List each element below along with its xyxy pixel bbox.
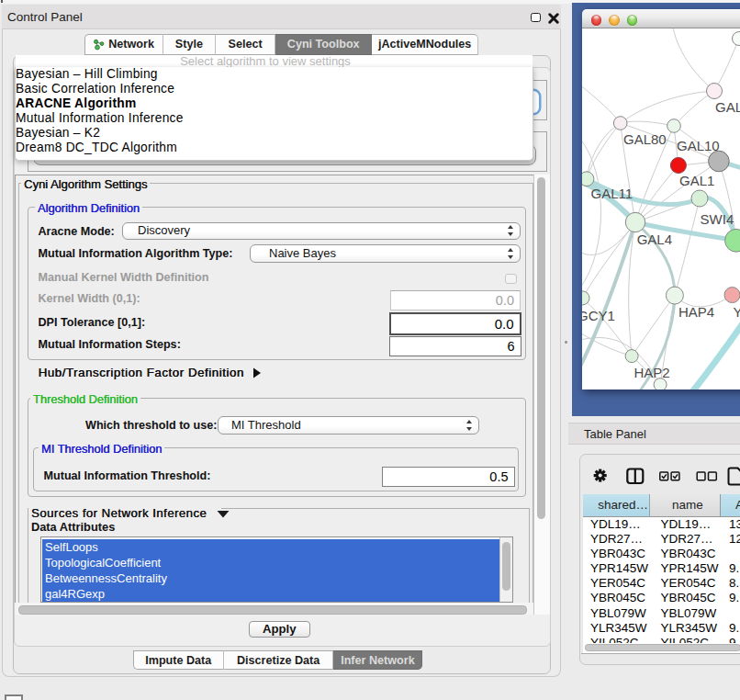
- svg-text:GAL7: GAL7: [715, 99, 740, 115]
- svg-text:GCY1: GCY1: [582, 308, 615, 323]
- svg-text:HAP4: HAP4: [678, 304, 714, 320]
- svg-text:GAL10: GAL10: [677, 138, 720, 153]
- svg-text:SWI4: SWI4: [701, 211, 734, 227]
- svg-text:GAL11: GAL11: [591, 186, 633, 201]
- svg-text:YJL: YJL: [734, 304, 740, 320]
- svg-text:HAP2: HAP2: [633, 365, 669, 380]
- svg-text:GAL4: GAL4: [637, 231, 672, 247]
- svg-text:GAL80: GAL80: [623, 131, 667, 147]
- svg-text:GAL1: GAL1: [679, 173, 714, 188]
